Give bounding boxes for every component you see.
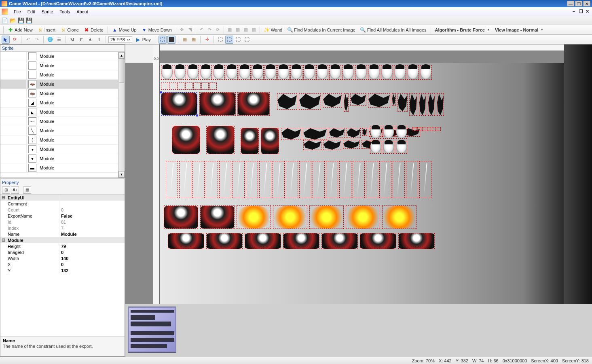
property-grid[interactable]: ⊟EntityUICommentCount0ExportNameFalseId8… <box>0 195 125 336</box>
module-rect[interactable] <box>343 140 360 149</box>
scroll-down-button[interactable]: ▼ <box>118 171 125 178</box>
module-rect[interactable] <box>164 205 198 229</box>
property-value[interactable]: 140 <box>59 255 125 261</box>
module-rect[interactable] <box>219 161 231 198</box>
module-rect[interactable] <box>323 140 341 150</box>
module-rect[interactable] <box>407 65 419 80</box>
module-rect[interactable] <box>370 126 381 139</box>
property-row[interactable]: Height79 <box>0 243 125 249</box>
grid2-icon[interactable]: ▦ <box>234 26 242 34</box>
module-rect[interactable] <box>206 161 218 198</box>
module-rect[interactable] <box>344 93 349 112</box>
module-rect[interactable] <box>245 233 281 249</box>
play-button[interactable]: ▶ Play <box>133 36 153 43</box>
property-group-header[interactable]: ⊟Module <box>0 237 125 243</box>
module-rect[interactable] <box>313 161 325 198</box>
grid-large-button[interactable]: ▦ <box>190 36 198 44</box>
find-all-modules-button[interactable]: 🔍 Find All Modules In All Images <box>358 26 429 34</box>
property-row[interactable]: NameModule <box>0 231 125 237</box>
module-rect[interactable] <box>347 128 361 138</box>
sprite-row[interactable]: Module <box>0 70 125 80</box>
collapse-icon[interactable]: ⊟ <box>0 237 6 243</box>
property-row[interactable]: Width140 <box>0 255 125 261</box>
menu-edit[interactable]: Edit <box>24 8 38 15</box>
property-value[interactable]: Module <box>59 231 125 237</box>
sprite-row[interactable]: ◣Module <box>0 108 125 117</box>
move-tool-icon[interactable]: ✥ <box>178 26 186 34</box>
module-rect[interactable] <box>201 83 209 90</box>
module-rect[interactable] <box>432 127 436 131</box>
module-rect[interactable] <box>329 65 341 80</box>
menu-icon-button[interactable]: ☰ <box>55 36 63 44</box>
module-rect[interactable] <box>437 93 444 116</box>
module-rect[interactable] <box>406 161 418 198</box>
module-rect[interactable] <box>264 65 277 80</box>
open-icon[interactable]: 📂 <box>10 17 16 24</box>
module-rect[interactable] <box>303 128 327 140</box>
module-rect[interactable] <box>226 65 238 80</box>
module-rect[interactable] <box>252 65 264 80</box>
menu-sprite[interactable]: Sprite <box>38 8 57 15</box>
property-value[interactable]: 79 <box>59 243 125 249</box>
module-rect[interactable] <box>323 93 342 108</box>
module-rect[interactable] <box>241 128 259 154</box>
module-rect[interactable] <box>393 161 405 198</box>
module-rect[interactable] <box>326 161 338 198</box>
module-rect[interactable] <box>309 205 344 229</box>
property-value[interactable]: 132 <box>59 267 125 273</box>
undo-arrow-icon[interactable]: ↶ <box>198 26 206 34</box>
sprite-row[interactable]: 🦇Module <box>0 80 125 89</box>
module-rect[interactable] <box>370 141 381 154</box>
delete-button[interactable]: ✖ Delete <box>81 26 106 34</box>
collapse-icon[interactable]: ⊟ <box>0 195 6 201</box>
fps-spinner-icon[interactable]: ▴▾ <box>127 38 130 41</box>
property-row[interactable]: Y132 <box>0 267 125 273</box>
module-rect[interactable] <box>428 93 435 116</box>
module-rect[interactable] <box>209 83 217 90</box>
mdi-minimize-button[interactable]: – <box>571 9 577 14</box>
close-button[interactable]: ✕ <box>583 1 590 6</box>
clone-button[interactable]: ⎘ Clone <box>58 26 81 34</box>
module-rect[interactable] <box>316 65 328 80</box>
module-rect[interactable] <box>290 65 302 80</box>
reload-button[interactable]: ⟳ <box>11 36 19 44</box>
module-rect[interactable] <box>273 161 285 198</box>
module-rect[interactable] <box>392 93 396 106</box>
module-rect[interactable] <box>199 92 236 116</box>
sprite-row[interactable]: ▬Module <box>0 163 125 173</box>
marquee1-button[interactable] <box>216 36 224 44</box>
module-rect[interactable] <box>193 83 201 90</box>
module-rect[interactable] <box>200 205 235 229</box>
categorized-button[interactable]: ⊞ <box>2 186 10 194</box>
grid4-icon[interactable]: ▦ <box>250 26 258 34</box>
menu-about[interactable]: About <box>73 8 91 15</box>
scroll-up-button[interactable]: ▲ <box>118 52 125 59</box>
fps-field[interactable]: 25 FPS ▴▾ <box>108 36 132 43</box>
module-rect[interactable] <box>237 205 271 229</box>
find-modules-current-button[interactable]: 🔍 Find Modules In Current Image <box>285 26 358 34</box>
target-button[interactable]: ✛ <box>203 36 211 44</box>
sprite-row[interactable]: ▼Module <box>0 154 125 163</box>
property-value[interactable]: 0 <box>59 261 125 267</box>
module-rect[interactable] <box>383 141 394 154</box>
module-rect[interactable] <box>259 161 271 198</box>
module-rect[interactable] <box>277 65 290 80</box>
sprite-row[interactable]: 〰Module <box>0 117 125 126</box>
module-rect[interactable] <box>355 65 367 80</box>
maximize-button[interactable]: ❐ <box>575 1 582 6</box>
module-rect[interactable] <box>397 93 408 112</box>
module-rect[interactable] <box>246 161 258 198</box>
menu-tools[interactable]: Tools <box>56 8 73 15</box>
module-rect[interactable] <box>362 128 367 136</box>
property-group-header[interactable]: ⊟EntityUI <box>0 195 125 201</box>
module-rect[interactable] <box>299 161 311 198</box>
module-rect[interactable] <box>382 205 417 229</box>
property-value[interactable]: False <box>59 213 125 219</box>
module-rect[interactable] <box>206 126 235 154</box>
property-row[interactable]: ExportNameFalse <box>0 213 125 219</box>
new-icon[interactable]: 📄 <box>2 17 8 24</box>
mdi-restore-button[interactable]: ❐ <box>577 9 584 14</box>
module-rect[interactable] <box>161 83 168 90</box>
module-rect[interactable] <box>383 126 394 139</box>
add-new-button[interactable]: ✚ Add New <box>5 26 35 34</box>
